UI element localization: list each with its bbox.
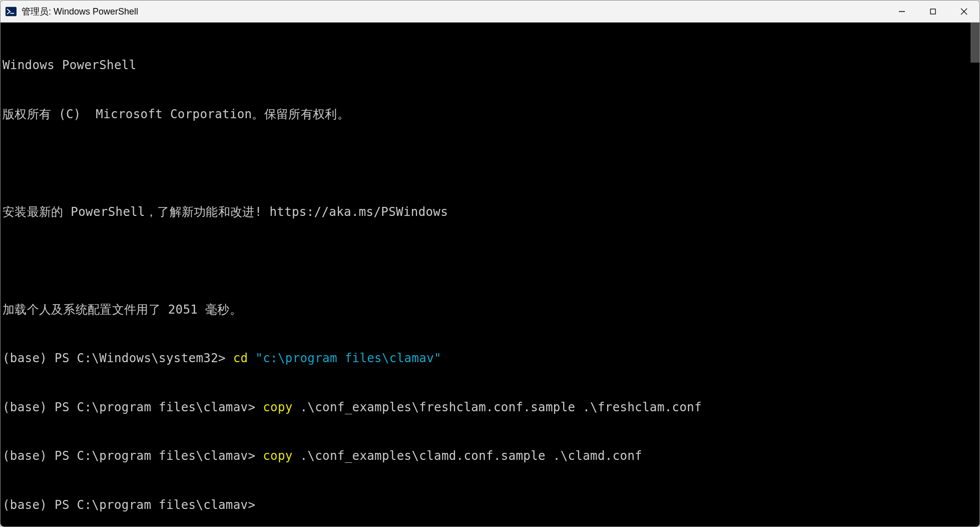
prompt: (base) PS C:\program files\clamav> bbox=[3, 400, 263, 414]
close-button[interactable] bbox=[948, 1, 979, 22]
command-arg: .\conf_examples\clamd.conf.sample .\clam… bbox=[300, 449, 643, 463]
terminal-line: (base) PS C:\Windows\system32> cd "c:\pr… bbox=[3, 350, 979, 367]
terminal-line: (base) PS C:\program files\clamav> bbox=[3, 497, 979, 513]
command: copy bbox=[263, 400, 300, 414]
terminal-line: 安装最新的 PowerShell，了解新功能和改进! https://aka.m… bbox=[3, 204, 979, 220]
terminal-line: 加载个人及系统配置文件用了 2051 毫秒。 bbox=[3, 302, 979, 318]
command: cd bbox=[233, 351, 256, 365]
command: copy bbox=[263, 449, 300, 463]
terminal-area[interactable]: Windows PowerShell 版权所有 (C) Microsoft Co… bbox=[1, 23, 979, 526]
scrollbar[interactable] bbox=[970, 23, 979, 526]
terminal-content: Windows PowerShell 版权所有 (C) Microsoft Co… bbox=[1, 23, 979, 526]
powershell-icon bbox=[6, 6, 17, 17]
svg-rect-2 bbox=[930, 9, 935, 14]
terminal-line: Windows PowerShell bbox=[3, 57, 979, 74]
window-controls bbox=[886, 1, 979, 22]
prompt: (base) PS C:\Windows\system32> bbox=[3, 351, 233, 365]
powershell-window: 管理员: Windows PowerShell Windows PowerShe… bbox=[0, 0, 980, 527]
window-title: 管理员: Windows PowerShell bbox=[22, 6, 886, 18]
command-arg: .\conf_examples\freshclam.conf.sample .\… bbox=[300, 400, 702, 414]
terminal-line bbox=[3, 155, 979, 171]
terminal-line: (base) PS C:\program files\clamav> copy … bbox=[3, 399, 979, 416]
titlebar[interactable]: 管理员: Windows PowerShell bbox=[1, 1, 979, 23]
maximize-button[interactable] bbox=[917, 1, 948, 22]
prompt: (base) PS C:\program files\clamav> bbox=[3, 498, 263, 512]
scrollbar-thumb[interactable] bbox=[970, 23, 979, 63]
terminal-line: (base) PS C:\program files\clamav> copy … bbox=[3, 448, 979, 464]
terminal-line: 版权所有 (C) Microsoft Corporation。保留所有权利。 bbox=[3, 106, 979, 123]
minimize-button[interactable] bbox=[886, 1, 917, 22]
svg-rect-0 bbox=[6, 7, 17, 16]
terminal-line bbox=[3, 252, 979, 269]
command-arg: "c:\program files\clamav" bbox=[255, 351, 441, 365]
prompt: (base) PS C:\program files\clamav> bbox=[3, 449, 263, 463]
